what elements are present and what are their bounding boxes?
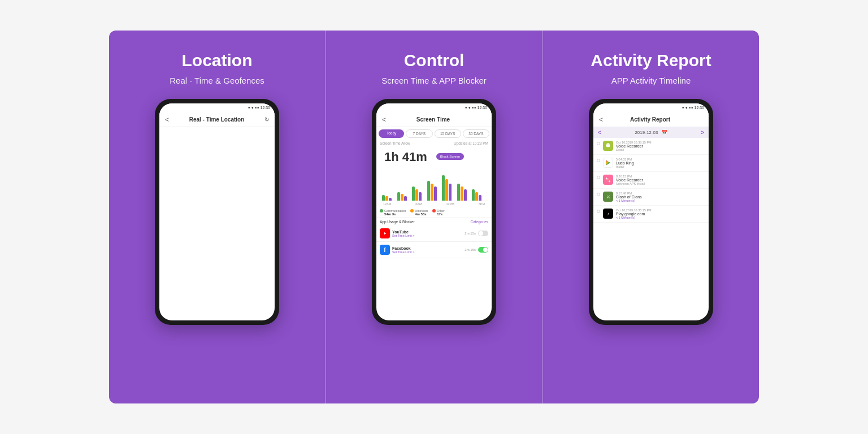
play-icon-2 [603, 158, 613, 168]
nav-bar: < Real - Time Location ↻ [159, 112, 275, 127]
bar-purple-3 [419, 192, 422, 201]
screen-time-labels: Screen Time Allow Updates at 10:23 PM [376, 140, 492, 146]
activity-item-2: 5:04:05 PM Ludo King Install [593, 155, 709, 172]
activity-phone: ▾ ▾ ▪▪▪ 12:30 < Activity Report < 2019-1… [589, 99, 713, 325]
bar-group-3 [412, 186, 426, 201]
activity-dot-4 [597, 193, 600, 196]
status-bar-2: ▾ ▾ ▪▪▪ 12:30 [376, 103, 492, 112]
bar-green-4 [427, 181, 430, 201]
activity-dot-2 [597, 159, 600, 162]
activity-item-5: ♪ Oct 10,2019 10:35:15 PM Play.google.co… [593, 206, 709, 223]
tab-15days[interactable]: 15 DAYS [435, 129, 461, 138]
legend-communication: Communication 54m 3s [380, 209, 406, 216]
status-bar: ▾ ▾ ▪▪▪ 12:30 [159, 103, 275, 112]
location-phone: ▾ ▾ ▪▪▪ 12:30 < Real - Time Location ↻ [155, 99, 279, 325]
activity-item-3: 🍬 8:26:15 PM Voice Recorder Unknown APK … [593, 172, 709, 189]
panels-container: Location Real - Time & Geofences ▾ ▾ ▪▪▪… [109, 31, 759, 403]
activity-list: Oct 10,2019 10:38:15 PM Voice Recorder D… [593, 138, 709, 223]
prev-date-button[interactable]: < [598, 129, 601, 136]
bar-orange-6 [461, 186, 463, 201]
coc-icon-4: ⚔ [603, 192, 613, 202]
bar-group-1 [382, 195, 396, 201]
bar-orange-7 [475, 192, 478, 201]
next-date-button[interactable]: > [701, 129, 704, 136]
facebook-icon: f [380, 245, 390, 255]
android-icon-1 [603, 141, 613, 151]
bars-container [380, 170, 488, 201]
bar-orange-4 [431, 184, 433, 201]
bar-green-1 [382, 195, 385, 201]
bar-purple-4 [434, 186, 437, 201]
bar-orange-3 [415, 189, 418, 201]
facebook-toggle[interactable] [478, 247, 488, 253]
calendar-icon: 📅 [662, 130, 667, 135]
control-subtitle: Screen Time & APP Blocker [381, 76, 487, 85]
categories-link[interactable]: Categories [471, 220, 488, 224]
bar-green-6 [457, 184, 460, 201]
chart-legend: Communication 54m 3s Unknown 4m 58s [376, 207, 492, 218]
tab-today[interactable]: Today [379, 129, 404, 138]
bar-orange-5 [445, 179, 448, 201]
screen-title-2: Screen Time [416, 116, 450, 123]
activity-dot-5 [597, 210, 600, 213]
bar-green-2 [397, 192, 400, 201]
chart-x-labels: 12AM 6AM 12PM 6PM [380, 201, 488, 207]
status-bar-3: ▾ ▾ ▪▪▪ 12:30 [593, 103, 709, 112]
legend-unknown: Unknown 4m 58s [410, 209, 428, 216]
bar-group-6 [457, 184, 471, 201]
bar-green-3 [412, 186, 415, 201]
app-row-youtube: YouTube Set Time Limit > 2m 15s [376, 225, 492, 242]
app-usage-header: App Usage & Blocker Categories [376, 218, 492, 225]
screen-title-3: Activity Report [630, 116, 670, 123]
app-row-facebook: f Facebook Set Time Limit > 2m 15s [376, 242, 492, 258]
activity-item-1: Oct 10,2019 10:38:15 PM Voice Recorder D… [593, 138, 709, 155]
activity-info-1: Oct 10,2019 10:38:15 PM Voice Recorder D… [616, 141, 705, 151]
activity-subtitle: APP Activity Timeline [611, 76, 691, 85]
activity-screen: ▾ ▾ ▪▪▪ 12:30 < Activity Report < 2019-1… [593, 103, 709, 320]
bar-green-7 [472, 189, 475, 201]
activity-info-3: 8:26:15 PM Voice Recorder Unknown APK In… [616, 175, 705, 185]
panel-activity: Activity Report APP Activity Timeline ▾ … [543, 31, 759, 403]
tiktok-icon-5: ♪ [603, 209, 613, 219]
activity-dot-1 [597, 142, 600, 145]
nav-bar-3: < Activity Report [593, 112, 709, 127]
tab-7days[interactable]: 7 DAYS [406, 129, 432, 138]
activity-item-4: ⚔ 8:13:48 PM Clash of Clans < 1 Minute (… [593, 189, 709, 206]
activity-content: < 2019-12-03 📅 > [593, 127, 709, 223]
location-subtitle: Real - Time & Geofences [170, 76, 264, 85]
activity-info-5: Oct 10,2019 10:35:15 PM Play.google.com … [616, 209, 705, 219]
tab-bar: Today 7 DAYS 15 DAYS 30 DAYS [376, 127, 492, 140]
youtube-toggle[interactable] [478, 231, 488, 236]
block-screen-button[interactable]: Block Screen [436, 153, 464, 160]
back-button[interactable]: < [165, 116, 169, 124]
svg-marker-3 [606, 160, 610, 166]
bar-group-4 [427, 181, 441, 201]
back-button-3[interactable]: < [599, 116, 603, 124]
bar-purple-6 [464, 189, 467, 201]
date-nav: < 2019-12-03 📅 > [593, 127, 709, 138]
back-button-2[interactable]: < [382, 116, 386, 124]
bar-group-7 [472, 189, 486, 201]
tab-30days[interactable]: 30 DAYS [463, 129, 489, 138]
legend-other: Other 17s [432, 209, 445, 216]
activity-info-4: 8:13:48 PM Clash of Clans < 1 Minute (s) [616, 192, 705, 202]
current-date: 2019-12-03 📅 [635, 130, 667, 135]
bar-green-5 [442, 175, 445, 201]
bar-orange-1 [385, 196, 388, 201]
bar-purple-7 [479, 195, 481, 201]
youtube-info: YouTube Set Time Limit > [392, 230, 462, 237]
activity-info-2: 5:04:05 PM Ludo King Install [616, 158, 705, 168]
refresh-icon[interactable]: ↻ [264, 116, 269, 123]
location-title: Location [182, 51, 253, 70]
screen-time-content: Today 7 DAYS 15 DAYS 30 DAYS Screen Time… [376, 127, 492, 258]
chart-area: 12AM 6AM 12PM 6PM [376, 168, 492, 207]
screen-title: Real - Time Location [189, 116, 245, 123]
activity-title: Activity Report [591, 51, 711, 70]
candy-icon-3: 🍬 [603, 175, 613, 185]
control-screen: ▾ ▾ ▪▪▪ 12:30 < Screen Time Today 7 DAYS… [376, 103, 492, 320]
bar-purple-2 [404, 196, 407, 201]
control-phone: ▾ ▾ ▪▪▪ 12:30 < Screen Time Today 7 DAYS… [372, 99, 496, 325]
location-screen: ▾ ▾ ▪▪▪ 12:30 < Real - Time Location ↻ [159, 103, 275, 320]
time-display: 1h 41m [380, 147, 432, 166]
control-title: Control [404, 51, 465, 70]
